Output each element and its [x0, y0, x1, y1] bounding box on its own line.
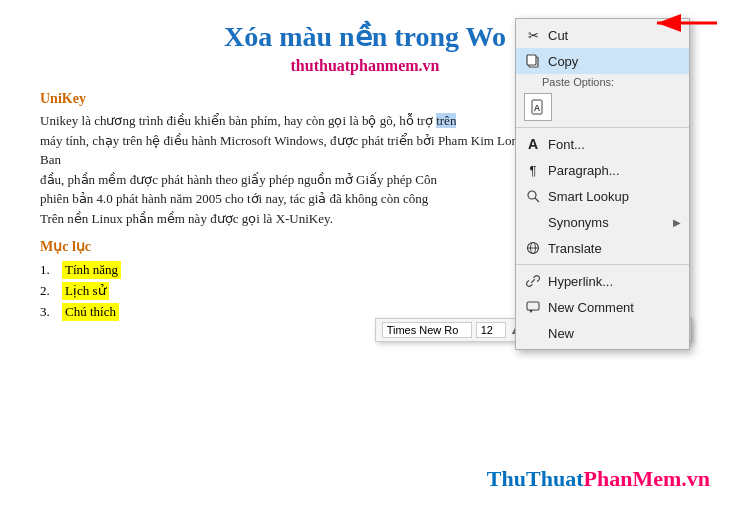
new-comment-label: New Comment — [548, 300, 681, 315]
smart-lookup-label: Smart Lookup — [548, 189, 681, 204]
context-menu-paragraph[interactable]: ¶ Paragraph... — [516, 157, 689, 183]
hyperlink-icon — [524, 272, 542, 290]
svg-marker-10 — [529, 310, 533, 313]
synonyms-label: Synonyms — [548, 215, 673, 230]
new-icon — [524, 324, 542, 342]
context-menu-synonyms[interactable]: Synonyms ▶ — [516, 209, 689, 235]
paragraph-label: Paragraph... — [548, 163, 681, 178]
context-menu-font[interactable]: A Font... — [516, 131, 689, 157]
context-menu-new[interactable]: New — [516, 320, 689, 346]
document-area: Xóa màu nền trong Wo thuthuatphanmem.vn … — [0, 0, 730, 512]
font-name-input[interactable] — [382, 322, 472, 338]
synonyms-icon — [524, 213, 542, 231]
font-label: Font... — [548, 137, 681, 152]
menu-separator-2 — [516, 264, 689, 265]
synonyms-arrow: ▶ — [673, 217, 681, 228]
translate-label: Translate — [548, 241, 681, 256]
svg-point-4 — [528, 191, 536, 199]
menu-separator-1 — [516, 127, 689, 128]
context-menu-smart-lookup[interactable]: Smart Lookup — [516, 183, 689, 209]
context-menu-hyperlink[interactable]: Hyperlink... — [516, 268, 689, 294]
copy-icon — [524, 52, 542, 70]
body-text: Unikey là chương trình điều khiển bàn ph… — [40, 111, 550, 228]
new-comment-icon — [524, 298, 542, 316]
svg-rect-1 — [527, 55, 536, 65]
hyperlink-label: Hyperlink... — [548, 274, 681, 289]
svg-text:A: A — [534, 103, 541, 113]
context-menu-copy[interactable]: Copy — [516, 48, 689, 74]
red-arrow-indicator — [652, 8, 722, 42]
context-menu-new-comment[interactable]: New Comment — [516, 294, 689, 320]
font-size-input[interactable] — [476, 322, 506, 338]
translate-icon — [524, 239, 542, 257]
paste-options-label: Paste Options: — [516, 74, 689, 90]
paragraph-icon: ¶ — [524, 161, 542, 179]
cut-icon: ✂ — [524, 26, 542, 44]
context-menu-translate[interactable]: Translate — [516, 235, 689, 261]
svg-rect-9 — [527, 302, 539, 310]
font-icon: A — [524, 135, 542, 153]
paste-options-row: A — [516, 90, 689, 124]
new-label: New — [548, 326, 681, 341]
svg-line-5 — [535, 198, 539, 202]
copy-label: Copy — [548, 54, 681, 69]
paste-keep-formatting-btn[interactable]: A — [524, 93, 552, 121]
smart-lookup-icon — [524, 187, 542, 205]
context-menu: ✂ Cut Copy Paste Options: A — [515, 18, 690, 350]
watermark: ThuThuatPhanMem.vn — [487, 466, 710, 492]
